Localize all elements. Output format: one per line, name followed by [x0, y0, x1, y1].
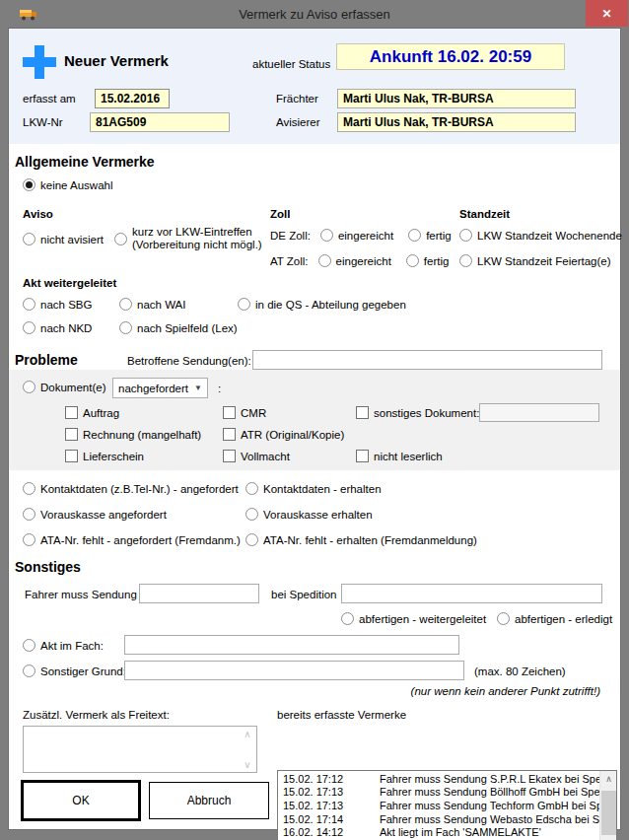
checkbox-cmr[interactable]: CMR [223, 406, 266, 419]
de-zoll-label: DE Zoll: [270, 230, 311, 242]
ok-button[interactable]: OK [21, 780, 141, 821]
dokumente-colon: : [218, 383, 221, 394]
standzeit-heading: Standzeit [459, 208, 510, 220]
checkbox-rechnung[interactable]: Rechnung (mangelhaft) [65, 428, 201, 441]
avisierer-label: Avisierer [276, 116, 320, 128]
bereits-erfasste-vermerke-label: bereits erfasste Vermerke [277, 709, 406, 721]
dialog-body: Neuer Vermerk aktueller Status Ankunft 1… [8, 28, 621, 830]
radio-ata-erhalten[interactable]: ATA-Nr. fehlt - erhalten (Fremdanmeldung… [245, 533, 477, 546]
header-section: Neuer Vermerk aktueller Status Ankunft 1… [9, 29, 620, 144]
list-item[interactable]: 15.02. 17:12 Fahrer muss Sendung S.P.R.L… [278, 772, 599, 786]
radio-keine-auswahl[interactable]: keine Auswahl [23, 178, 113, 191]
erfasst-am-label: erfasst am [23, 93, 76, 105]
radio-sonstiger-grund[interactable]: Sonstiger Grund: [23, 665, 126, 677]
section-probleme: Probleme [15, 352, 78, 368]
radio-vorauskasse-angefordert[interactable]: Vorauskasse angefordert [23, 508, 167, 521]
akt-weitergeleitet-heading: Akt weitergeleitet [23, 277, 116, 289]
scrollbar-thumb[interactable] [601, 791, 616, 835]
zoll-de-row: DE Zoll: eingereicht fertig [270, 229, 452, 242]
chevron-down-icon: ▼ [190, 380, 206, 396]
avisierer-field[interactable]: Marti Ulus Nak, TR-BURSA [337, 112, 576, 132]
scroll-down-icon: ∨ [244, 759, 250, 770]
checkbox-atr[interactable]: ATR (Original/Kopie) [223, 428, 344, 441]
zoll-heading: Zoll [270, 208, 290, 220]
erfasst-am-field[interactable]: 15.02.2016 [95, 89, 170, 108]
status-label: aktueller Status [252, 58, 330, 70]
plus-icon [23, 45, 56, 79]
checkbox-nicht-leserlich[interactable]: nicht leserlich [356, 450, 443, 462]
radio-abfertigen-weitergeleitet[interactable]: abfertigen - weitergeleitet [341, 612, 486, 625]
radio-ata-angefordert[interactable]: ATA-Nr. fehlt - angefordert (Fremdanm.) [23, 533, 241, 546]
page-title: Neuer Vermerk [64, 52, 169, 69]
radio-abfertigen-erledigt[interactable]: abfertigen - erledigt [497, 612, 612, 625]
scroll-up-icon: ∧ [244, 729, 250, 739]
fraechter-label: Frächter [276, 93, 318, 105]
radio-de-fertig[interactable]: fertig [408, 229, 452, 242]
checkbox-auftrag[interactable]: Auftrag [65, 406, 119, 419]
radio-nicht-avisiert[interactable]: nicht avisiert [23, 233, 104, 245]
vermerke-listbox[interactable]: 15.02. 17:12 Fahrer muss Sendung S.P.R.L… [277, 770, 617, 840]
fahrer-muss-sendung-label: Fahrer muss Sendung [25, 589, 137, 600]
fahrer-sendung-input[interactable] [139, 584, 259, 603]
titlebar: Vermerk zu Aviso erfassen ✕ [0, 0, 629, 28]
radio-at-eingereicht[interactable]: eingereicht [318, 254, 391, 267]
list-item[interactable]: 16.02. 14:12 Akt liegt im Fach 'SAMMELAK… [278, 825, 599, 839]
betroffene-sendungen-label: Betroffene Sendung(en): [127, 355, 251, 367]
radio-kontaktdaten-angefordert[interactable]: Kontaktdaten (z.B.Tel-Nr.) - angefordert [23, 482, 239, 495]
vermerke-list: 15.02. 17:12 Fahrer muss Sendung S.P.R.L… [278, 772, 599, 840]
bei-spedition-label: bei Spedition [271, 589, 337, 600]
radio-kontaktdaten-erhalten[interactable]: Kontaktdaten - erhalten [245, 482, 382, 495]
radio-standzeit-wochenende[interactable]: LKW Standzeit Wochenende [459, 229, 622, 242]
radio-nach-spielfeld[interactable]: nach Spielfeld (Lex) [119, 321, 238, 334]
section-sonstiges: Sonstiges [15, 559, 81, 575]
section-allgemeine-vermerke: Allgemeine Vermerke [15, 154, 155, 170]
checkbox-sonstiges-dokument[interactable]: sonstiges Dokument: [356, 406, 479, 419]
akt-im-fach-input[interactable] [124, 635, 459, 655]
at-zoll-label: AT Zoll: [270, 255, 309, 267]
list-item[interactable]: 15.02. 17:14 Fahrer muss Sendung Webasto… [278, 812, 599, 826]
radio-vorauskasse-erhalten[interactable]: Vorauskasse erhalten [245, 508, 373, 521]
radio-de-eingereicht[interactable]: eingereicht [320, 229, 393, 242]
sonstiges-dokument-input[interactable] [479, 403, 599, 422]
freitext-label: Zusätzl. Vermerk als Freitext: [23, 709, 170, 721]
freitext-textarea[interactable]: ∧ ∨ [23, 726, 257, 773]
abbruch-button[interactable]: Abbruch [149, 782, 269, 819]
fraechter-field[interactable]: Marti Ulus Nak, TR-BURSA [337, 89, 576, 108]
radio-nach-sbg[interactable]: nach SBG [23, 298, 92, 311]
radio-nach-nkd[interactable]: nach NKD [23, 321, 92, 334]
betroffene-sendungen-input[interactable] [252, 350, 602, 370]
dokumente-dropdown[interactable]: nachgefordert ▼ [112, 378, 208, 398]
hinweis-note: (nur wenn kein anderer Punkt zutrifft!) [411, 685, 600, 697]
radio-qs-abteilung[interactable]: in die QS - Abteilung gegeben [238, 298, 406, 311]
spedition-input[interactable] [341, 584, 602, 603]
radio-kurz-vor-eintreffen[interactable]: kurz vor LKW-Eintreffen (Vorbereitung ni… [114, 226, 262, 251]
window-title: Vermerk zu Aviso erfassen [0, 7, 629, 22]
radio-nach-wai[interactable]: nach WAI [119, 298, 185, 311]
radio-dokumente[interactable]: Dokument(e) [23, 381, 105, 393]
listbox-scrollbar[interactable]: ∧ ∨ [599, 771, 616, 840]
lkw-nr-field[interactable]: 81AG509 [90, 112, 230, 132]
radio-akt-im-fach[interactable]: Akt im Fach: [23, 639, 104, 652]
scroll-up-icon[interactable]: ∧ [600, 771, 617, 786]
status-value: Ankunft 16.02. 20:59 [336, 43, 565, 70]
close-icon: ✕ [601, 7, 611, 21]
list-item[interactable]: 15.02. 17:13 Fahrer muss Sendung Böllhof… [278, 786, 599, 800]
radio-standzeit-feiertag[interactable]: LKW Standzeit Feiertag(e) [459, 254, 611, 267]
checkbox-vollmacht[interactable]: Vollmacht [223, 450, 290, 462]
sonstiger-grund-input[interactable] [124, 661, 464, 680]
radio-at-fertig[interactable]: fertig [406, 254, 450, 267]
close-button[interactable]: ✕ [586, 0, 628, 27]
zoll-at-row: AT Zoll: eingereicht fertig [270, 254, 449, 267]
max-zeichen-label: (max. 80 Zeichen) [474, 665, 566, 677]
checkbox-lieferschein[interactable]: Lieferschein [65, 450, 144, 462]
aviso-heading: Aviso [23, 208, 53, 220]
textarea-scrollbar[interactable]: ∧ ∨ [241, 729, 254, 770]
radio-selected-icon [23, 178, 35, 191]
list-item[interactable]: 15.02. 17:13 Fahrer muss Sendung Techfor… [278, 799, 599, 812]
dokumente-panel: Dokument(e) nachgefordert ▼ : Auftrag CM… [9, 370, 620, 470]
lkw-nr-label: LKW-Nr [23, 116, 63, 128]
